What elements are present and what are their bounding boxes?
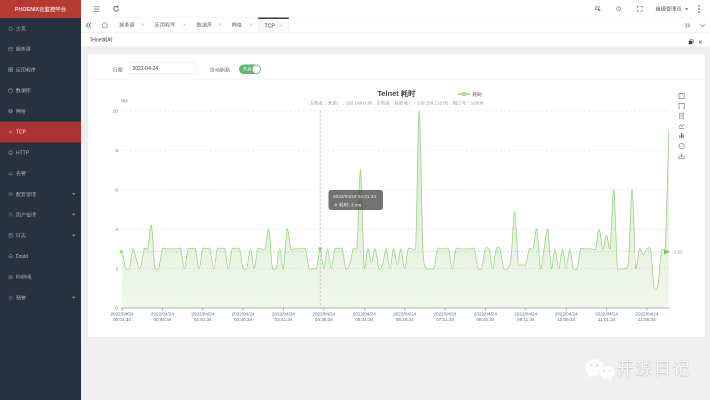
svg-text:耗时: 耗时 [473, 92, 483, 98]
svg-text:2: 2 [115, 266, 118, 271]
svg-text:00:01:34: 00:01:34 [113, 317, 131, 322]
svg-text:10:06:34: 10:06:34 [557, 317, 575, 322]
svg-text:01:51:34: 01:51:34 [194, 317, 212, 322]
svg-text:8: 8 [115, 148, 118, 153]
svg-text:2022/04/24: 2022/04/24 [595, 311, 618, 316]
svg-text:2022/04/24 04:31:34: 2022/04/24 04:31:34 [333, 194, 376, 199]
svg-text:2022/04/24: 2022/04/24 [474, 311, 497, 316]
svg-text:2022/04/24: 2022/04/24 [312, 311, 335, 316]
svg-text:2022/04/24: 2022/04/24 [353, 311, 376, 316]
svg-text:2022/04/24: 2022/04/24 [191, 311, 214, 316]
svg-text:2022/04/24: 2022/04/24 [111, 311, 134, 316]
svg-text:11:01:34: 11:01:34 [598, 317, 616, 322]
svg-text:06:26:34: 06:26:34 [396, 317, 414, 322]
svg-text:11:56:34: 11:56:34 [638, 317, 656, 322]
svg-text:04:36:34: 04:36:34 [315, 317, 333, 322]
svg-text:02:46:34: 02:46:34 [234, 317, 252, 322]
svg-text:2022/04/24: 2022/04/24 [393, 311, 416, 316]
svg-text:ms: ms [121, 98, 128, 104]
svg-text:07:21:34: 07:21:34 [436, 317, 454, 322]
svg-text:2022/04/24: 2022/04/24 [151, 311, 174, 316]
svg-text:09:11:34: 09:11:34 [517, 317, 535, 322]
svg-text:2022/04/24: 2022/04/24 [635, 311, 658, 316]
svg-text:08:16:34: 08:16:34 [476, 317, 494, 322]
svg-text:6: 6 [115, 187, 118, 192]
svg-text:2.85: 2.85 [674, 249, 683, 254]
svg-text:10: 10 [113, 109, 119, 114]
svg-text:2022/04/24: 2022/04/24 [232, 311, 255, 316]
svg-text:2022/04/24: 2022/04/24 [555, 311, 578, 316]
svg-text:0: 0 [115, 306, 118, 311]
svg-text:2022/04/24: 2022/04/24 [272, 311, 295, 316]
svg-text:主机名（来源）：192.168.0.30，主机名（目的地）：: 主机名（来源）：192.168.0.30，主机名（目的地）：139.159.21… [310, 100, 484, 106]
svg-text:2022/04/24: 2022/04/24 [514, 311, 537, 316]
svg-text:00:56:34: 00:56:34 [153, 317, 171, 322]
svg-text:Telnet 耗时: Telnet 耗时 [377, 89, 416, 98]
svg-text:2022/04/24: 2022/04/24 [434, 311, 457, 316]
svg-text:4: 4 [115, 227, 118, 232]
svg-text:05:31:34: 05:31:34 [355, 317, 373, 322]
svg-text:03:41:34: 03:41:34 [275, 317, 293, 322]
